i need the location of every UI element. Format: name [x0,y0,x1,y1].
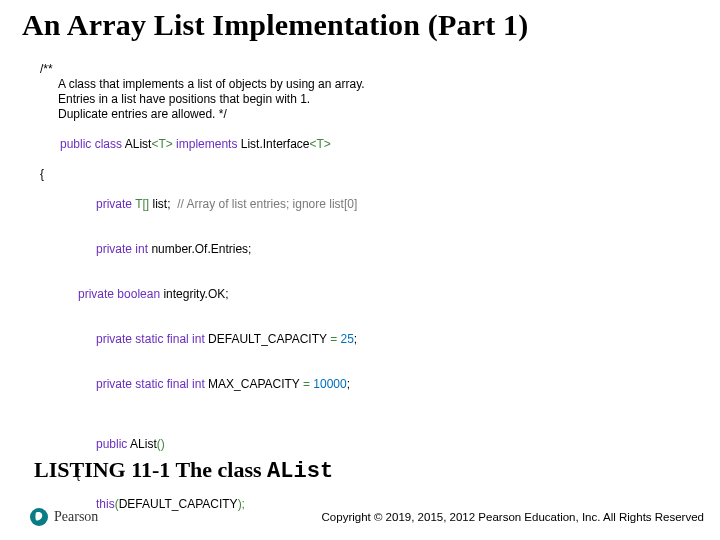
slide: An Array List Implementation (Part 1) /*… [0,0,720,540]
parens: () [157,437,165,451]
comment: // Array of list entries; ignore list[0] [177,197,357,211]
code-line: private boolean integrity.OK; [40,272,680,317]
identifier: integrity.OK; [163,287,228,301]
caption-class: AList [267,459,333,484]
code-line: private static final int MAX_CAPACITY = … [40,362,680,407]
keyword: private [96,197,135,211]
code-line: Entries in a list have positions that be… [40,92,680,107]
identifier: AList [130,437,157,451]
identifier: DEFAULT_CAPACITY [208,332,330,346]
code-line: { [40,167,680,182]
code-line: private static final int DEFAULT_CAPACIT… [40,317,680,362]
punct: ; [167,197,177,211]
code-line: public class AList<T> implements List.In… [40,122,680,167]
identifier: MAX_CAPACITY [208,377,303,391]
number: 10000 [313,377,346,391]
slide-title: An Array List Implementation (Part 1) [22,8,710,42]
code-line: Duplicate entries are allowed. */ [40,107,680,122]
keyword: private boolean [78,287,163,301]
type: T[] [135,197,152,211]
code-line: private T[] list; // Array of list entri… [40,182,680,227]
brand-name: Pearson [54,509,98,525]
caption-text: LISTING 11-1 The class [34,457,267,482]
keyword: private int [96,242,151,256]
code-line: /** [40,62,680,77]
generic: <T> [151,137,176,151]
blank-line [40,407,680,422]
identifier: list [153,197,168,211]
copyright: Copyright © 2019, 2015, 2012 Pearson Edu… [322,511,704,523]
identifier: List.Interface [241,137,310,151]
code-line: private int number.Of.Entries; [40,227,680,272]
keyword: implements [176,137,241,151]
listing-caption: LISTING 11-1 The class AList [34,457,333,484]
operator: = [330,332,340,346]
brand: Pearson [30,508,98,526]
identifier: AList [125,137,152,151]
footer: Pearson Copyright © 2019, 2015, 2012 Pea… [30,508,704,526]
keyword: public class [60,137,125,151]
code-line: A class that implements a list of object… [40,77,680,92]
keyword: private static final int [96,332,208,346]
number: 25 [340,332,353,346]
operator: = [303,377,313,391]
pearson-logo-icon [30,508,48,526]
keyword: private static final int [96,377,208,391]
punct: ; [347,377,350,391]
generic: <T> [309,137,330,151]
keyword: public [96,437,130,451]
punct: ; [354,332,357,346]
code-line: } // end default constructor [40,527,680,540]
identifier: number.Of.Entries; [151,242,251,256]
